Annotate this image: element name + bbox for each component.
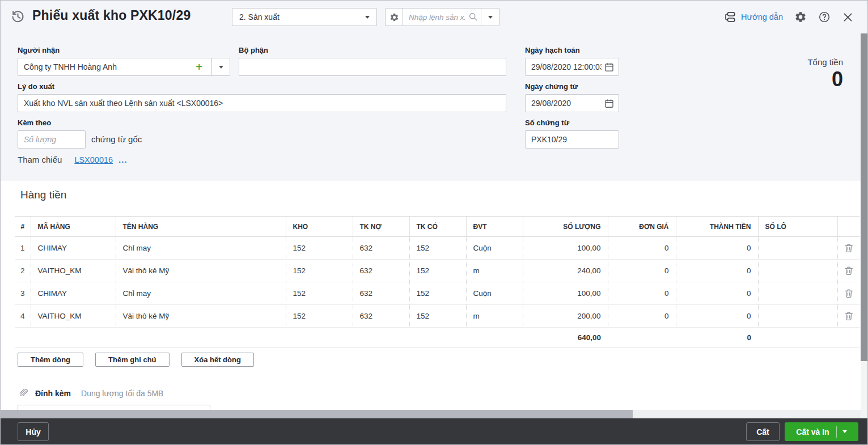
total-amount-label: Tổng tiền	[807, 57, 843, 67]
cell-tk-no[interactable]: 632	[353, 305, 409, 328]
delete-row-icon[interactable]	[843, 288, 854, 299]
cell-ma-hang[interactable]: VAITHO_KM	[31, 305, 116, 328]
search-dropdown-button[interactable]	[481, 8, 499, 26]
cell-don-gia[interactable]: 0	[608, 237, 676, 260]
add-row-button[interactable]: Thêm dòng	[18, 353, 83, 367]
cell-kho[interactable]: 152	[286, 237, 353, 260]
chevron-down-icon	[365, 16, 370, 19]
close-icon[interactable]	[842, 11, 854, 23]
reference-more-link[interactable]: ...	[118, 155, 128, 164]
gear-icon	[389, 12, 399, 22]
cell-so-luong[interactable]: 100,00	[523, 237, 608, 260]
column-header: MÃ HÀNG	[31, 217, 116, 237]
cell-so-lo[interactable]	[758, 305, 837, 328]
cell-tk-co[interactable]: 152	[409, 237, 466, 260]
attachment-hint: Dung lượng tối đa 5MB	[81, 389, 163, 398]
help-icon[interactable]	[818, 11, 831, 23]
horizontal-scrollbar[interactable]	[1, 410, 868, 418]
cell-tk-no[interactable]: 632	[353, 260, 409, 282]
search-settings-button[interactable]	[385, 8, 403, 26]
cell-ten-hang[interactable]: Chỉ may	[116, 237, 286, 260]
cell-ma-hang[interactable]: CHIMAY	[31, 237, 116, 260]
delete-row-icon[interactable]	[843, 243, 854, 254]
titlebar: Phiếu xuất kho PXK10/29 2. Sản xuất Hướn…	[1, 1, 867, 33]
column-header: ĐVT	[466, 217, 523, 237]
column-header: THÀNH TIỀN	[676, 217, 758, 237]
settings-icon[interactable]	[794, 11, 807, 23]
cell-tk-no[interactable]: 632	[353, 237, 409, 260]
row-index: 1	[15, 237, 31, 260]
department-label: Bộ phận	[239, 46, 268, 54]
guide-icon	[724, 11, 736, 23]
receiver-dropdown-button[interactable]	[211, 58, 230, 76]
cell-so-lo[interactable]	[758, 282, 837, 305]
cell-dvt[interactable]: m	[466, 260, 523, 282]
cell-tk-no[interactable]: 632	[353, 282, 409, 305]
cell-tk-co[interactable]: 152	[409, 282, 466, 305]
cell-ten-hang[interactable]: Chỉ may	[116, 282, 286, 305]
vertical-scrollbar-thumb[interactable]	[861, 33, 867, 361]
delete-row-icon[interactable]	[843, 265, 854, 277]
enclosed-quantity-input[interactable]	[18, 131, 85, 148]
cell-thanh-tien[interactable]: 0	[676, 260, 758, 282]
cell-dvt[interactable]: m	[466, 305, 523, 328]
add-note-button[interactable]: Thêm ghi chú	[95, 353, 170, 367]
cell-so-luong[interactable]: 200,00	[523, 305, 608, 328]
cell-ten-hang[interactable]: Vải thô kẻ Mỹ	[116, 305, 286, 328]
total-quantity: 640,00	[523, 328, 608, 348]
button-divider	[836, 426, 837, 438]
cell-kho[interactable]: 152	[286, 260, 353, 282]
cell-ma-hang[interactable]: CHIMAY	[31, 282, 116, 305]
cell-so-lo[interactable]	[758, 237, 837, 260]
cell-kho[interactable]: 152	[286, 282, 353, 305]
cell-kho[interactable]: 152	[286, 305, 353, 328]
row-index: 3	[15, 282, 31, 305]
column-header: TK CÓ	[409, 217, 466, 237]
horizontal-scrollbar-thumb[interactable]	[1, 410, 633, 418]
line-items-panel: Hàng tiền # MÃ HÀNG TÊN HÀNG KHO TK NỢ T…	[1, 181, 862, 410]
receiver-input[interactable]	[18, 58, 211, 75]
cell-dvt[interactable]: Cuộn	[466, 282, 523, 305]
grid-buttons: Thêm dòng Thêm ghi chú Xóa hết dòng	[18, 353, 254, 367]
delete-row-icon[interactable]	[843, 311, 854, 322]
cell-ma-hang[interactable]: VAITHO_KM	[31, 260, 116, 282]
clear-rows-button[interactable]: Xóa hết dòng	[181, 353, 254, 367]
guide-link[interactable]: Hướng dẫn	[724, 11, 783, 23]
cell-thanh-tien[interactable]: 0	[676, 237, 758, 260]
history-icon[interactable]	[10, 9, 26, 24]
search-icon[interactable]	[468, 11, 479, 22]
chevron-down-icon	[219, 66, 223, 69]
cell-so-luong[interactable]: 100,00	[523, 282, 608, 305]
guide-link-label: Hướng dẫn	[741, 12, 783, 22]
department-input[interactable]	[239, 58, 506, 75]
cell-so-luong[interactable]: 240,00	[523, 260, 608, 282]
attachment-row: Đính kèm Dung lượng tối đa 5MB	[19, 388, 163, 399]
cell-don-gia[interactable]: 0	[608, 305, 676, 328]
save-button[interactable]: Cất	[746, 422, 780, 441]
cell-don-gia[interactable]: 0	[608, 282, 676, 305]
cancel-button[interactable]: Hủy	[18, 422, 49, 441]
cell-don-gia[interactable]: 0	[608, 260, 676, 282]
cell-dvt[interactable]: Cuộn	[466, 237, 523, 260]
cell-tk-co[interactable]: 152	[409, 305, 466, 328]
column-header: ĐƠN GIÁ	[608, 217, 676, 237]
calendar-icon[interactable]	[604, 62, 615, 73]
voucher-type-value: 2. Sản xuất	[239, 12, 365, 22]
column-header: KHO	[286, 217, 353, 237]
vertical-scrollbar[interactable]	[861, 33, 867, 418]
save-and-print-button[interactable]: Cất và In	[785, 422, 858, 441]
chevron-down-icon[interactable]	[842, 430, 847, 433]
table-row: 3 CHIMAY Chỉ may 152 632 152 Cuộn 100,00…	[15, 282, 859, 305]
cell-thanh-tien[interactable]: 0	[676, 282, 758, 305]
voucher-type-select[interactable]: 2. Sản xuất	[232, 8, 377, 26]
cell-thanh-tien[interactable]: 0	[676, 305, 758, 328]
document-no-input[interactable]	[526, 131, 619, 148]
reference-link[interactable]: LSX00016	[74, 155, 113, 164]
search-input-wrap	[403, 8, 481, 26]
calendar-icon[interactable]	[604, 98, 615, 109]
export-reason-input[interactable]	[18, 95, 506, 112]
cell-so-lo[interactable]	[758, 260, 837, 282]
column-header: SỐ LÔ	[758, 217, 837, 237]
cell-ten-hang[interactable]: Vải thô kẻ Mỹ	[116, 260, 286, 282]
cell-tk-co[interactable]: 152	[409, 260, 466, 282]
